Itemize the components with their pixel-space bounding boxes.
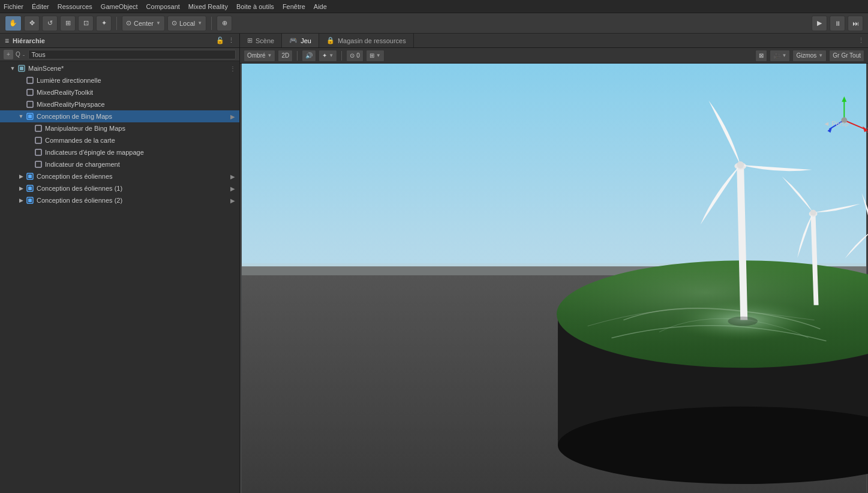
mainscene-more-icon[interactable]: ⋮ xyxy=(229,65,237,72)
tree-item-manip[interactable]: Manipulateur de Bing Maps xyxy=(0,122,239,134)
layout-button[interactable]: ⊞ ▼ xyxy=(366,50,385,62)
eoliennes-more-icon[interactable]: ▶ xyxy=(229,173,237,180)
menu-boite-outils[interactable]: Boite à outils xyxy=(236,3,274,10)
mode-2d-button[interactable]: 2D xyxy=(278,50,293,62)
camera-arrow-icon: ▼ xyxy=(782,53,787,58)
camera-dropdown-button[interactable]: 🎥 ▼ xyxy=(770,50,791,62)
viewport-area: ⊞ Scène 🎮 Jeu 🔒 Magasin de ressources ⋮ … xyxy=(240,34,868,493)
gr-tout-button[interactable]: Gr Gr Tout xyxy=(829,50,864,62)
menu-aide[interactable]: Aide xyxy=(314,3,327,10)
indicateurs-label: Indicateurs d'épingle de mappage xyxy=(45,149,237,156)
rotate-tool-button[interactable]: ↺ xyxy=(42,16,58,31)
eoliennes2-more-icon[interactable]: ▶ xyxy=(229,197,237,204)
center-icon: ⊙ xyxy=(126,19,131,27)
effects-icon: ✦ xyxy=(322,52,327,59)
local-label: Local xyxy=(179,20,195,27)
tab-magasin[interactable]: 🔒 Magasin de ressources xyxy=(319,34,414,47)
mainscene-label: MainScene* xyxy=(28,65,229,72)
rect-tool-button[interactable]: ⊡ xyxy=(78,16,94,31)
eoliennes2-label: Conception des éoliennes (2) xyxy=(37,197,229,204)
chargement-label: Indicateur de chargement xyxy=(45,161,237,168)
center-label: Center xyxy=(134,20,154,27)
tree-item-bingmaps[interactable]: ▼ Conception de Bing Maps ▶ xyxy=(0,110,239,122)
game-viewport[interactable]: X ◄ Persp xyxy=(240,64,868,493)
commandes-icon xyxy=(34,136,43,145)
audio-button[interactable]: 🔊 xyxy=(302,50,316,62)
eoliennes1-more-icon[interactable]: ▶ xyxy=(229,185,237,192)
hierarchy-grid-icon: ≡ xyxy=(5,37,9,45)
tab-jeu[interactable]: 🎮 Jeu xyxy=(282,34,319,47)
tree-item-mainscene[interactable]: ▼ MainScene* ⋮ xyxy=(0,62,239,74)
tree-item-indicateurs[interactable]: Indicateurs d'épingle de mappage xyxy=(0,146,239,158)
pause-button[interactable]: ⏸ xyxy=(830,16,845,31)
layout-icon: ⊞ xyxy=(370,52,374,59)
jeu-tab-icon: 🎮 xyxy=(289,37,298,44)
menu-gameobject[interactable]: GameObject xyxy=(101,3,138,10)
layers-button[interactable]: ⊙ 0 xyxy=(346,50,364,62)
center-button[interactable]: ⊙ Center ▼ xyxy=(122,16,165,31)
menu-bar: Fichier Éditer Ressources GameObject Com… xyxy=(0,0,868,13)
hierarchy-menu-icon[interactable]: ⋮ xyxy=(228,37,235,44)
add-hierarchy-button[interactable]: + xyxy=(4,50,13,59)
hand-tool-button[interactable]: ✋ xyxy=(5,16,22,31)
tree-item-eoliennes2[interactable]: ▶ Conception des éoliennes (2) ▶ xyxy=(0,194,239,206)
menu-mixed-reality[interactable]: Mixed Reality xyxy=(188,3,228,10)
manip-label: Manipulateur de Bing Maps xyxy=(45,125,237,132)
custom-tool-button[interactable]: ✦ xyxy=(96,16,112,31)
hierarchy-search-input[interactable] xyxy=(28,50,236,59)
indicateurs-icon xyxy=(34,148,43,157)
menu-ressources[interactable]: Ressources xyxy=(58,3,92,10)
gizmos-label: Gizmos xyxy=(796,52,816,59)
shading-label: Ombré xyxy=(247,52,266,59)
manip-icon xyxy=(34,124,43,133)
bingmaps-more-icon[interactable]: ▶ xyxy=(229,113,237,120)
scale-tool-button[interactable]: ⊞ xyxy=(60,16,76,31)
maximize-button[interactable]: ⊠ xyxy=(755,50,767,62)
audio-icon: 🔊 xyxy=(305,52,313,59)
tree-item-commandes[interactable]: Commandes de la carte xyxy=(0,134,239,146)
shading-arrow-icon: ▼ xyxy=(268,53,272,58)
tree-item-chargement[interactable]: Indicateur de chargement xyxy=(0,158,239,170)
search-separator: - xyxy=(23,51,25,58)
tree-item-lumiere[interactable]: Lumière directionnelle xyxy=(0,74,239,86)
menu-composant[interactable]: Composant xyxy=(146,3,180,10)
bingmaps-icon xyxy=(25,112,35,121)
menu-editer[interactable]: Éditer xyxy=(32,3,49,10)
effects-button[interactable]: ✦ ▼ xyxy=(319,50,337,62)
mrps-label: MixedRealityPlayspace xyxy=(37,101,237,108)
tree-item-mrkt[interactable]: MixedRealityToolkit xyxy=(0,86,239,98)
eoliennes2-icon xyxy=(25,196,35,205)
mode-2d-label: 2D xyxy=(281,52,289,59)
menu-fichier[interactable]: Fichier xyxy=(4,3,23,10)
mainscene-icon xyxy=(17,64,26,73)
lumiere-icon xyxy=(25,76,35,85)
tab-scene[interactable]: ⊞ Scène xyxy=(240,34,282,47)
hierarchy-header: ≡ Hiérarchie 🔓 ⋮ xyxy=(0,34,239,48)
local-button[interactable]: ⊙ Local ▼ xyxy=(167,16,206,31)
tree-item-eoliennes[interactable]: ▶ Conception des éoliennes ▶ xyxy=(0,170,239,182)
menu-fenetre[interactable]: Fenêtre xyxy=(283,3,305,10)
center-arrow-icon: ▼ xyxy=(156,20,161,26)
pivot-button[interactable]: ⊕ xyxy=(217,16,232,31)
jeu-tab-label: Jeu xyxy=(301,37,311,44)
svg-point-31 xyxy=(810,210,816,216)
play-button[interactable]: ▶ xyxy=(812,16,827,31)
svg-rect-6 xyxy=(28,115,32,118)
svg-rect-14 xyxy=(28,187,32,190)
tab-bar: ⊞ Scène 🎮 Jeu 🔒 Magasin de ressources ⋮ xyxy=(240,34,868,48)
svg-rect-7 xyxy=(35,125,41,131)
shading-dropdown-button[interactable]: Ombré ▼ xyxy=(244,50,275,62)
tree-item-eoliennes1[interactable]: ▶ Conception des éoliennes (1) ▶ xyxy=(0,182,239,194)
gr-tout-icon: Gr xyxy=(833,52,839,59)
step-button[interactable]: ⏭ xyxy=(848,16,863,31)
eoliennes-icon xyxy=(25,172,35,181)
hierarchy-lock-icon[interactable]: 🔓 xyxy=(216,37,224,44)
tab-more-button[interactable]: ⋮ xyxy=(854,34,868,47)
camera-icon: 🎥 xyxy=(773,52,780,59)
move-tool-button[interactable]: ✥ xyxy=(24,16,40,31)
viewport-toolbar: Ombré ▼ 2D 🔊 ✦ ▼ ⊙ 0 ⊞ ▼ xyxy=(240,48,868,64)
tree-item-mrps[interactable]: MixedRealityPlayspace xyxy=(0,98,239,110)
main-layout: ≡ Hiérarchie 🔓 ⋮ + Q - ▼ MainScene* ⋮ xyxy=(0,34,868,493)
gizmos-button[interactable]: Gizmos ▼ xyxy=(792,50,827,62)
maximize-icon: ⊠ xyxy=(759,52,764,59)
